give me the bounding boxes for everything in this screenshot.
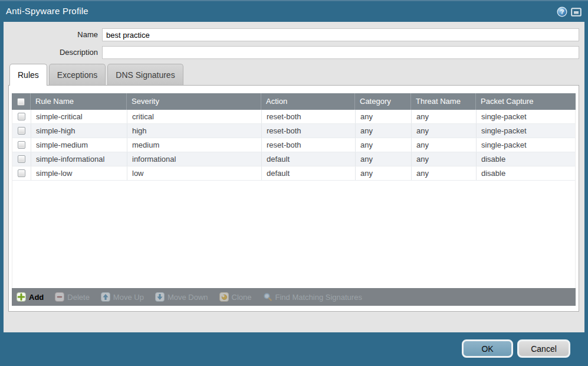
row-checkbox[interactable] — [18, 141, 25, 149]
cell-packet-capture: single-packet — [477, 138, 574, 152]
rules-table: Rule Name Severity Action Category Threa… — [12, 93, 576, 288]
row-checkbox[interactable] — [18, 113, 25, 120]
anti-spyware-profile-dialog: Anti-Spyware Profile ? — [0, 0, 588, 366]
cell-category: any — [356, 152, 412, 166]
tab-exceptions[interactable]: Exceptions — [49, 64, 106, 85]
table-row[interactable]: simple-medium medium reset-both any any … — [12, 138, 575, 152]
delete-icon — [55, 292, 64, 302]
description-label: Description — [4, 46, 98, 59]
tab-dns-signatures[interactable]: DNS Signatures — [107, 64, 183, 85]
cell-severity: informational — [127, 152, 262, 166]
window-restore-icon[interactable] — [571, 6, 582, 17]
row-checkbox[interactable] — [18, 169, 25, 177]
column-header-category[interactable]: Category — [355, 93, 411, 110]
cell-severity: high — [127, 124, 262, 138]
cell-category: any — [356, 110, 412, 123]
column-header-severity[interactable]: Severity — [127, 93, 261, 110]
table-row[interactable]: simple-low low default any any disable — [12, 166, 575, 181]
cell-severity: critical — [127, 110, 262, 123]
select-all-cell — [12, 93, 31, 110]
cell-rule-name[interactable]: simple-informational — [31, 152, 127, 166]
rules-tab-panel: Rule Name Severity Action Category Threa… — [8, 85, 579, 312]
cell-threat-name: any — [412, 166, 477, 180]
cell-action: default — [262, 152, 356, 166]
table-header-row: Rule Name Severity Action Category Threa… — [12, 93, 576, 110]
cell-action: reset-both — [262, 110, 356, 123]
row-checkbox[interactable] — [18, 127, 25, 135]
cell-action: reset-both — [262, 138, 356, 152]
cell-action: reset-both — [262, 124, 356, 138]
dialog-footer: OK Cancel — [0, 332, 588, 366]
cell-packet-capture: disable — [477, 166, 574, 180]
dialog-body: Name Description Rules Exceptions DNS Si… — [4, 22, 584, 332]
move-up-icon — [101, 292, 110, 302]
move-up-button: Move Up — [101, 292, 144, 302]
title-bar-icons: ? — [557, 6, 582, 17]
table-row[interactable]: simple-high high reset-both any any sing… — [12, 124, 575, 138]
ok-button[interactable]: OK — [462, 339, 513, 358]
select-all-checkbox[interactable] — [17, 98, 25, 106]
cell-severity: low — [127, 166, 262, 180]
name-input[interactable] — [102, 28, 579, 41]
add-icon — [17, 292, 26, 302]
find-matching-signatures-button: Find Matching Signatures — [263, 292, 362, 302]
dialog-title: Anti-Spyware Profile — [6, 1, 88, 21]
table-body: simple-critical critical reset-both any … — [12, 110, 576, 288]
cell-rule-name[interactable]: simple-critical — [31, 110, 127, 123]
clone-icon — [219, 292, 229, 302]
cell-packet-capture: single-packet — [477, 110, 574, 123]
tab-bar: Rules Exceptions DNS Signatures — [9, 64, 185, 85]
table-row[interactable]: simple-critical critical reset-both any … — [12, 110, 575, 124]
svg-text:?: ? — [560, 8, 564, 15]
cell-threat-name: any — [412, 152, 477, 166]
move-down-button: Move Down — [155, 292, 208, 302]
help-icon[interactable]: ? — [557, 6, 567, 17]
cell-threat-name: any — [412, 110, 477, 123]
cell-severity: medium — [127, 138, 262, 152]
cell-category: any — [356, 166, 412, 180]
clone-button: Clone — [219, 292, 252, 302]
cell-rule-name[interactable]: simple-low — [31, 166, 127, 180]
column-header-action[interactable]: Action — [261, 93, 355, 110]
add-button[interactable]: Add — [17, 292, 44, 302]
table-row[interactable]: simple-informational informational defau… — [12, 152, 575, 166]
cell-action: default — [262, 166, 356, 180]
row-checkbox[interactable] — [18, 155, 25, 163]
cell-threat-name: any — [412, 124, 477, 138]
name-label: Name — [4, 28, 98, 41]
cancel-button[interactable]: Cancel — [517, 339, 570, 358]
cell-packet-capture: single-packet — [477, 124, 574, 138]
table-toolbar: Add Delete Move Up — [12, 288, 576, 306]
title-bar: Anti-Spyware Profile ? — [0, 0, 588, 22]
search-icon — [263, 292, 272, 302]
cell-category: any — [356, 138, 412, 152]
description-input[interactable] — [102, 46, 579, 59]
cell-packet-capture: disable — [477, 152, 574, 166]
column-header-packet-capture[interactable]: Packet Capture — [476, 93, 573, 110]
cell-category: any — [356, 124, 412, 138]
tab-rules[interactable]: Rules — [9, 64, 47, 86]
delete-button: Delete — [55, 292, 90, 302]
column-header-threat-name[interactable]: Threat Name — [411, 93, 476, 110]
column-header-rule-name[interactable]: Rule Name — [31, 93, 127, 110]
cell-threat-name: any — [412, 138, 477, 152]
move-down-icon — [155, 292, 165, 302]
cell-rule-name[interactable]: simple-medium — [31, 138, 127, 152]
cell-rule-name[interactable]: simple-high — [31, 124, 127, 138]
